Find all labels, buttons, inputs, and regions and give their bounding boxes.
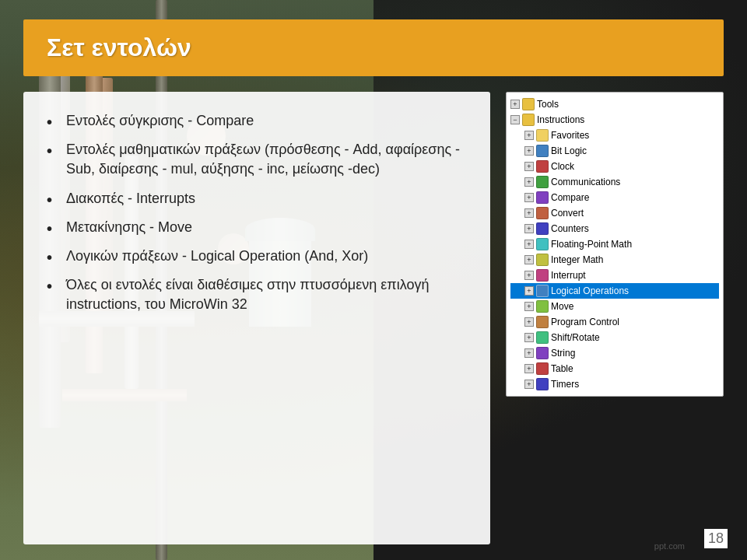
page-number: 18 (704, 529, 728, 548)
list-item: Μετακίνησης - Move (47, 218, 467, 237)
tree-item-label: Favorites (551, 130, 589, 141)
counter-icon (536, 222, 549, 235)
tree-item-compare[interactable]: +Compare (510, 190, 719, 205)
tree-item-float[interactable]: +Floating-Point Math (510, 236, 719, 252)
table-icon (536, 362, 549, 375)
compare-icon (536, 191, 549, 204)
tree-item-string[interactable]: +String (510, 345, 719, 361)
expand-icon: − (510, 115, 520, 124)
tree-item-label: Instructions (537, 114, 584, 125)
tree-item-label: Clock (551, 161, 574, 172)
tree-item-comm[interactable]: +Communications (510, 174, 719, 190)
list-item: Όλες οι εντολές είναι διαθέσιμες στην πτ… (47, 275, 467, 314)
tree-item-label: Convert (551, 208, 584, 219)
folder-icon (522, 98, 535, 110)
expand-icon: + (524, 162, 534, 171)
list-item: Λογικών πράξεων - Logical Operation (And… (47, 247, 467, 266)
main-content: Εντολές σύγκρισης - Compare Εντολές μαθη… (0, 76, 747, 560)
tree-item-label: Timers (551, 379, 579, 390)
expand-icon: + (524, 348, 534, 358)
tree-item-counter[interactable]: +Counters (510, 221, 719, 236)
tree-item-interrupt[interactable]: +Interrupt (510, 268, 719, 283)
expand-icon: + (524, 286, 534, 296)
interrupt-icon (536, 269, 549, 282)
tree-item-folder[interactable]: −Instructions (510, 112, 719, 128)
expand-icon: + (524, 224, 534, 233)
expand-icon: + (524, 364, 534, 373)
tree-item-label: Integer Math (551, 254, 603, 265)
tree-item-folder[interactable]: +Tools (510, 96, 719, 112)
tree-item-label: Communications (551, 177, 620, 187)
star-icon (536, 129, 549, 142)
logo: ppt.com (654, 541, 685, 551)
expand-icon: + (524, 380, 534, 389)
string-icon (536, 347, 549, 359)
page-title: Σετ εντολών (47, 33, 191, 61)
tree-item-label: Move (551, 301, 573, 312)
expand-icon: + (524, 193, 534, 202)
shift-icon (536, 331, 549, 344)
expand-icon: + (524, 208, 534, 218)
expand-icon: + (524, 146, 534, 156)
bit-icon (536, 145, 549, 157)
tree-item-bit[interactable]: +Bit Logic (510, 143, 719, 159)
expand-icon: + (524, 271, 534, 280)
clock-icon (536, 160, 549, 173)
tree-item-clock[interactable]: +Clock (510, 159, 719, 174)
list-item: Εντολές σύγκρισης - Compare (47, 111, 467, 131)
logical-icon (536, 285, 549, 297)
timer-icon (536, 378, 549, 390)
tree-item-timer[interactable]: +Timers (510, 376, 719, 392)
bullet-list: Εντολές σύγκρισης - Compare Εντολές μαθη… (47, 111, 467, 315)
tree-item-shift[interactable]: +Shift/Rotate (510, 330, 719, 345)
content-area: Σετ εντολών Εντολές σύγκρισης - Compare … (0, 0, 747, 560)
tree-item-program[interactable]: +Program Control (510, 314, 719, 330)
int-icon (536, 254, 549, 266)
tree-item-label: Program Control (551, 317, 619, 327)
list-item: Εντολές μαθηματικών πράξεων (πρόσθεσης -… (47, 140, 467, 179)
tree-item-label: Counters (551, 223, 589, 234)
expand-icon: + (524, 131, 534, 140)
list-item: Διακοπές - Interrupts (47, 189, 467, 208)
tree-item-int[interactable]: +Integer Math (510, 252, 719, 268)
title-bar: Σετ εντολών (23, 19, 724, 76)
tree-item-label: String (551, 348, 575, 359)
text-panel: Εντολές σύγκρισης - Compare Εντολές μαθη… (23, 92, 490, 544)
expand-icon: + (524, 317, 534, 327)
expand-icon: + (524, 333, 534, 342)
tree-item-label: Floating-Point Math (551, 239, 632, 250)
tree-item-star[interactable]: +Favorites (510, 128, 719, 143)
tree-item-convert[interactable]: +Convert (510, 205, 719, 221)
expand-icon: + (524, 255, 534, 264)
expand-icon: + (524, 177, 534, 187)
folder-icon (522, 114, 535, 126)
tree-item-move[interactable]: +Move (510, 299, 719, 314)
float-icon (536, 238, 549, 250)
tree-item-label: Tools (537, 99, 559, 110)
tree-item-label: Interrupt (551, 270, 586, 281)
convert-icon (536, 207, 549, 219)
instruction-tree[interactable]: +Tools−Instructions+Favorites+Bit Logic+… (506, 92, 724, 397)
tree-item-label: Shift/Rotate (551, 332, 600, 343)
program-icon (536, 316, 549, 328)
tree-item-label: Bit Logic (551, 145, 587, 156)
expand-icon: + (524, 302, 534, 311)
tree-item-table[interactable]: +Table (510, 361, 719, 376)
tree-item-label: Logical Operations (551, 285, 629, 296)
tree-item-logical[interactable]: +Logical Operations (510, 283, 719, 299)
tree-item-label: Compare (551, 192, 589, 203)
move-icon (536, 300, 549, 313)
expand-icon: + (510, 100, 520, 109)
expand-icon: + (524, 240, 534, 249)
comm-icon (536, 176, 549, 188)
tree-item-label: Table (551, 363, 573, 374)
